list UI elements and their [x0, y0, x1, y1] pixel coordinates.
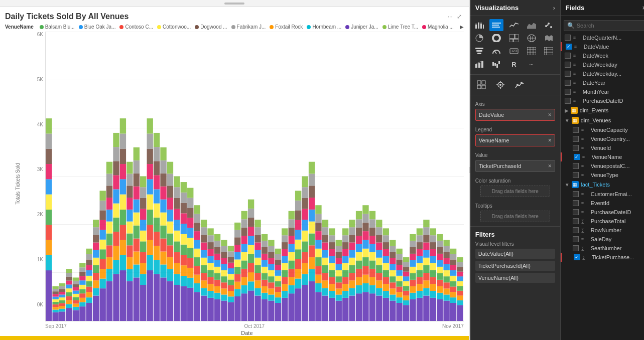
field-checkbox-PurchaseDateID[interactable]	[565, 98, 571, 104]
svg-rect-631	[430, 270, 436, 277]
field-checkbox-DateYear[interactable]	[565, 80, 571, 86]
field-DateWeek[interactable]: ≡ DateWeek	[561, 51, 644, 60]
gauge-icon[interactable]	[489, 45, 503, 57]
viz-panel-arrow[interactable]: ›	[553, 5, 555, 12]
value-value[interactable]: TicketPurchaseId ×	[475, 160, 555, 172]
group-dim-events[interactable]: ▶ ▦ dim_Events	[561, 105, 644, 115]
field-checkbox-MonthYear[interactable]	[565, 89, 571, 95]
more-options-button[interactable]: ···	[448, 13, 453, 20]
funnel-icon[interactable]	[472, 45, 486, 57]
field-checkbox-TicketPurchase[interactable]	[574, 254, 580, 260]
field-checkbox-DateValue[interactable]	[566, 44, 572, 50]
stacked-column-chart-icon[interactable]	[472, 19, 486, 31]
field-checkbox-CustomerEmai[interactable]	[573, 191, 579, 197]
fields-search-input[interactable]	[577, 23, 644, 29]
svg-rect-107	[106, 186, 112, 198]
field-DateQuarterN[interactable]: ≡ DateQuarterN...	[561, 33, 644, 42]
field-MonthYear[interactable]: ≡ MonthYear	[561, 87, 644, 96]
field-checkbox-EventId[interactable]	[573, 200, 579, 206]
svg-rect-41	[66, 277, 72, 281]
bar-chart-icon[interactable]	[489, 19, 503, 31]
more-visuals-icon[interactable]: ···	[525, 58, 539, 70]
field-checkbox-PurchaseDateID2[interactable]	[573, 209, 579, 215]
field-DateWeekday[interactable]: ≡ DateWeekday	[561, 60, 644, 69]
filter-item-1[interactable]: DateValue(All)	[475, 249, 555, 259]
pie-chart-icon[interactable]	[472, 32, 486, 44]
field-PurchaseTotal[interactable]: ∑ PurchaseTotal	[561, 217, 644, 226]
field-checkbox-VenueId[interactable]	[573, 145, 579, 151]
field-SeatNumber[interactable]: ∑ SeatNumber	[561, 244, 644, 253]
fields-icon[interactable]	[473, 78, 489, 92]
legend-remove-button[interactable]: ×	[548, 137, 552, 144]
treemap-icon[interactable]	[507, 32, 521, 44]
field-checkbox-VenueName[interactable]	[574, 154, 580, 160]
line-chart-icon[interactable]	[507, 19, 521, 31]
field-PurchaseDateID2[interactable]: ≡ PurchaseDateID	[561, 208, 644, 217]
r-visual-icon[interactable]: R	[507, 58, 521, 70]
color-saturation-drag[interactable]: Drag data fields here	[480, 186, 550, 197]
svg-rect-360	[262, 247, 268, 254]
field-VenueType[interactable]: ≡ VenueType	[561, 171, 644, 180]
field-TicketPurchase[interactable]: ∑ TicketPurchase...	[561, 253, 644, 262]
waterfall-icon[interactable]	[489, 58, 503, 70]
group-dim-venues[interactable]: ▼ ▦ dim_Venues	[561, 115, 644, 125]
field-checkbox-PurchaseTotal[interactable]	[573, 218, 579, 224]
svg-rect-187	[160, 277, 166, 321]
field-SaleDay[interactable]: ≡ SaleDay	[561, 235, 644, 244]
filter-item-2[interactable]: TicketPurchaseId(All)	[475, 261, 555, 271]
field-checkbox-RowNumber[interactable]	[573, 227, 579, 233]
field-CustomerEmai[interactable]: ≡ CustomerEmai...	[561, 190, 644, 199]
card-icon[interactable]: 123	[507, 45, 521, 57]
field-VenueCountry[interactable]: ≡ VenueCountry...	[561, 134, 644, 143]
svg-rect-707	[477, 53, 481, 54]
tooltips-drag[interactable]: Drag data fields here	[480, 211, 550, 222]
field-checkbox-VenueCapacity[interactable]	[573, 127, 579, 133]
field-VenuepostalC[interactable]: ≡ VenuepostalC...	[561, 161, 644, 171]
field-checkbox-DateWeekdayLong[interactable]	[565, 71, 571, 77]
field-checkbox-VenueCountry[interactable]	[573, 136, 579, 142]
expand-button[interactable]: ⤢	[457, 13, 462, 20]
field-checkbox-DateQuarterN[interactable]	[565, 35, 571, 41]
table-icon[interactable]	[525, 45, 539, 57]
svg-rect-599	[410, 267, 416, 273]
field-RowNumber[interactable]: ∑ RowNumber	[561, 226, 644, 235]
analytics-icon[interactable]	[511, 78, 528, 92]
legend-scroll-right[interactable]: ▶	[460, 24, 464, 30]
fields-search-box[interactable]: 🔍	[564, 20, 644, 31]
field-VenueName[interactable]: ≡ VenueName	[561, 152, 644, 161]
field-checkbox-DateWeek[interactable]	[565, 53, 571, 59]
field-checkbox-VenueType[interactable]	[573, 172, 579, 178]
field-DateValue[interactable]: ≡ DateValue	[561, 42, 644, 51]
svg-rect-512	[356, 244, 362, 253]
group-fact-tickets[interactable]: ▼ ▦ fact_Tickets	[561, 180, 644, 190]
svg-rect-542	[376, 273, 382, 280]
field-VenueId[interactable]: ≡ VenueId	[561, 143, 644, 152]
field-PurchaseDateID[interactable]: ≡ PurchaseDateID	[561, 96, 644, 105]
field-checkbox-DateWeekday[interactable]	[565, 62, 571, 68]
scatter-chart-icon[interactable]	[542, 19, 556, 31]
donut-chart-icon[interactable]	[489, 32, 503, 44]
drag-handle	[224, 3, 244, 5]
svg-rect-55	[79, 306, 85, 321]
field-checkbox-SaleDay[interactable]	[573, 236, 579, 242]
legend-value[interactable]: VenueName ×	[475, 134, 555, 146]
field-checkbox-VenuepostalC[interactable]	[573, 163, 579, 169]
filter-item-3[interactable]: VenueName(All)	[475, 273, 555, 283]
svg-rect-210	[174, 274, 180, 285]
filled-map-icon[interactable]	[542, 32, 556, 44]
map-icon[interactable]	[525, 32, 539, 44]
field-EventId[interactable]: ≡ EventId	[561, 199, 644, 208]
field-DateWeekdayLong[interactable]: ≡ DateWeekday...	[561, 69, 644, 78]
format-icon[interactable]	[492, 78, 508, 92]
area-chart-icon[interactable]	[525, 19, 539, 31]
field-checkbox-SeatNumber[interactable]	[573, 245, 579, 251]
field-DateYear[interactable]: ≡ DateYear	[561, 78, 644, 87]
axis-value[interactable]: DateValue ×	[475, 109, 555, 121]
kpi-icon[interactable]	[472, 58, 486, 70]
field-VenueCapacity[interactable]: ≡ VenueCapacity	[561, 125, 644, 134]
axis-remove-button[interactable]: ×	[548, 111, 552, 118]
value-remove-button[interactable]: ×	[548, 162, 552, 169]
svg-rect-600	[410, 260, 416, 267]
svg-rect-314	[234, 252, 240, 260]
matrix-icon[interactable]	[542, 45, 556, 57]
